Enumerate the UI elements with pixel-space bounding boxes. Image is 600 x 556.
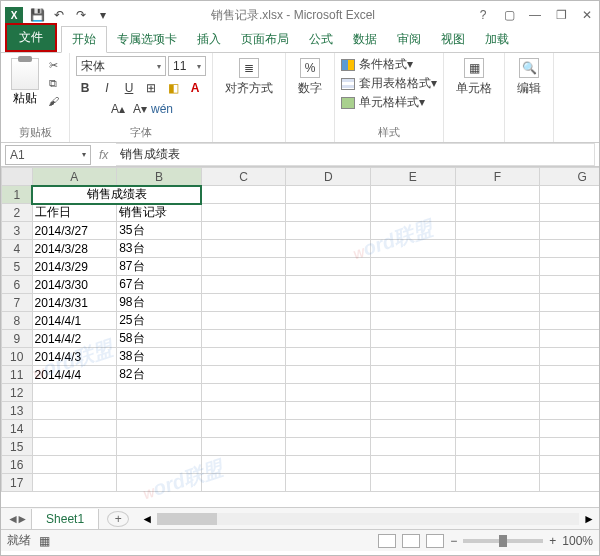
conditional-formatting-button[interactable]: 条件格式▾ xyxy=(341,56,437,73)
tab-loadtest[interactable]: 加载 xyxy=(475,27,519,52)
cell-empty[interactable] xyxy=(371,312,456,330)
cell-empty[interactable] xyxy=(455,204,540,222)
cell-b2[interactable]: 销售记录 xyxy=(117,204,202,222)
cell-empty[interactable] xyxy=(540,186,599,204)
cell-empty[interactable] xyxy=(286,474,371,492)
column-header-G[interactable]: G xyxy=(540,168,599,186)
cell-empty[interactable] xyxy=(371,438,456,456)
cell-empty[interactable] xyxy=(201,186,286,204)
cell-empty[interactable] xyxy=(117,474,202,492)
row-header-7[interactable]: 7 xyxy=(2,294,33,312)
cell-empty[interactable] xyxy=(117,456,202,474)
formula-bar[interactable]: 销售成绩表 xyxy=(116,143,595,166)
cell-empty[interactable] xyxy=(540,384,599,402)
zoom-in-button[interactable]: + xyxy=(549,534,556,548)
cell-empty[interactable] xyxy=(201,330,286,348)
cut-icon[interactable]: ✂ xyxy=(45,58,61,72)
format-painter-icon[interactable]: 🖌 xyxy=(45,94,61,108)
cell-empty[interactable] xyxy=(32,474,117,492)
fx-icon[interactable]: fx xyxy=(99,148,108,162)
undo-icon[interactable]: ↶ xyxy=(51,7,67,23)
row-header-3[interactable]: 3 xyxy=(2,222,33,240)
cell-empty[interactable] xyxy=(455,456,540,474)
cell-empty[interactable] xyxy=(540,312,599,330)
cell-empty[interactable] xyxy=(286,438,371,456)
cell-empty[interactable] xyxy=(286,258,371,276)
save-icon[interactable]: 💾 xyxy=(29,7,45,23)
cell-empty[interactable] xyxy=(201,276,286,294)
redo-icon[interactable]: ↷ xyxy=(73,7,89,23)
zoom-slider[interactable] xyxy=(463,539,543,543)
cell-empty[interactable] xyxy=(201,438,286,456)
cell-empty[interactable] xyxy=(32,402,117,420)
cell-empty[interactable] xyxy=(540,456,599,474)
page-layout-view-icon[interactable] xyxy=(402,534,420,548)
cell-a6[interactable]: 2014/3/30 xyxy=(32,276,117,294)
column-header-E[interactable]: E xyxy=(371,168,456,186)
cell-empty[interactable] xyxy=(286,348,371,366)
select-all-corner[interactable] xyxy=(2,168,33,186)
cell-b4[interactable]: 83台 xyxy=(117,240,202,258)
cell-empty[interactable] xyxy=(455,402,540,420)
normal-view-icon[interactable] xyxy=(378,534,396,548)
spreadsheet-grid[interactable]: ABCDEFG1销售成绩表2工作日销售记录32014/3/2735台42014/… xyxy=(1,167,599,507)
cell-empty[interactable] xyxy=(371,348,456,366)
cell-empty[interactable] xyxy=(32,438,117,456)
tab-page-layout[interactable]: 页面布局 xyxy=(231,27,299,52)
column-header-B[interactable]: B xyxy=(117,168,202,186)
cell-empty[interactable] xyxy=(201,474,286,492)
cell-empty[interactable] xyxy=(455,330,540,348)
scroll-left-icon[interactable]: ◄ xyxy=(141,512,153,526)
cell-empty[interactable] xyxy=(455,258,540,276)
cell-a8[interactable]: 2014/4/1 xyxy=(32,312,117,330)
cell-empty[interactable] xyxy=(455,384,540,402)
row-header-5[interactable]: 5 xyxy=(2,258,33,276)
cell-empty[interactable] xyxy=(371,456,456,474)
file-tab[interactable]: 文件 xyxy=(5,23,57,52)
row-header-9[interactable]: 9 xyxy=(2,330,33,348)
sheet-tab-sheet1[interactable]: Sheet1 xyxy=(31,509,99,530)
cell-empty[interactable] xyxy=(371,186,456,204)
cell-empty[interactable] xyxy=(455,366,540,384)
cell-b9[interactable]: 58台 xyxy=(117,330,202,348)
cell-empty[interactable] xyxy=(540,474,599,492)
cell-empty[interactable] xyxy=(455,240,540,258)
minimize-icon[interactable]: — xyxy=(527,7,543,23)
cell-empty[interactable] xyxy=(201,294,286,312)
cell-empty[interactable] xyxy=(455,312,540,330)
alignment-button[interactable]: ≣对齐方式 xyxy=(219,56,279,99)
cell-b3[interactable]: 35台 xyxy=(117,222,202,240)
cell-empty[interactable] xyxy=(286,276,371,294)
row-header-17[interactable]: 17 xyxy=(2,474,33,492)
row-header-14[interactable]: 14 xyxy=(2,420,33,438)
cell-empty[interactable] xyxy=(286,294,371,312)
excel-app-icon[interactable] xyxy=(5,7,23,23)
cell-b8[interactable]: 25台 xyxy=(117,312,202,330)
row-header-2[interactable]: 2 xyxy=(2,204,33,222)
cell-empty[interactable] xyxy=(201,420,286,438)
cell-empty[interactable] xyxy=(371,240,456,258)
tab-nav-icons[interactable]: ◄ ► xyxy=(1,512,31,526)
cell-empty[interactable] xyxy=(201,240,286,258)
row-header-12[interactable]: 12 xyxy=(2,384,33,402)
font-size-combo[interactable]: 11▾ xyxy=(168,56,206,76)
tab-insert[interactable]: 插入 xyxy=(187,27,231,52)
row-header-16[interactable]: 16 xyxy=(2,456,33,474)
zoom-thumb[interactable] xyxy=(499,535,507,547)
cell-empty[interactable] xyxy=(286,186,371,204)
cell-empty[interactable] xyxy=(117,402,202,420)
cell-empty[interactable] xyxy=(455,186,540,204)
tab-view[interactable]: 视图 xyxy=(431,27,475,52)
cell-empty[interactable] xyxy=(371,330,456,348)
shrink-font-icon[interactable]: A▾ xyxy=(131,100,149,118)
cell-a9[interactable]: 2014/4/2 xyxy=(32,330,117,348)
cell-b7[interactable]: 98台 xyxy=(117,294,202,312)
cell-a4[interactable]: 2014/3/28 xyxy=(32,240,117,258)
font-color-icon[interactable]: A xyxy=(186,79,204,97)
cell-empty[interactable] xyxy=(201,366,286,384)
cell-empty[interactable] xyxy=(286,420,371,438)
tab-review[interactable]: 审阅 xyxy=(387,27,431,52)
cell-b6[interactable]: 67台 xyxy=(117,276,202,294)
tab-home[interactable]: 开始 xyxy=(61,26,107,53)
cell-empty[interactable] xyxy=(201,222,286,240)
